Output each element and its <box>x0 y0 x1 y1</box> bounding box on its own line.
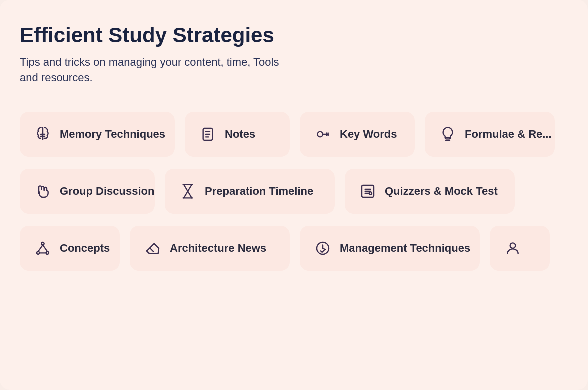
card-management-techniques[interactable]: Management Techniques <box>300 226 480 271</box>
card-memory-techniques[interactable]: Memory Techniques <box>20 112 175 157</box>
nodes-icon <box>34 240 52 258</box>
card-row-1: Memory Techniques Notes <box>20 112 568 157</box>
card-concepts[interactable]: Concepts <box>20 226 120 271</box>
memory-techniques-label: Memory Techniques <box>60 128 166 141</box>
notes-label: Notes <box>225 128 256 141</box>
card-keywords[interactable]: Key Words <box>300 112 415 157</box>
notes-icon <box>199 126 217 144</box>
svg-line-20 <box>150 248 154 252</box>
card-notes[interactable]: Notes <box>185 112 290 157</box>
svg-point-22 <box>510 243 516 248</box>
quizzers-mock-test-label: Quizzers & Mock Test <box>385 185 498 198</box>
card-preparation-timeline[interactable]: Preparation Timeline <box>165 169 335 214</box>
architecture-news-label: Architecture News <box>170 242 266 255</box>
list-check-icon <box>359 182 377 200</box>
card-formulae[interactable]: Formulae & Re... <box>425 112 555 157</box>
preparation-timeline-label: Preparation Timeline <box>205 185 314 198</box>
svg-line-18 <box>43 245 48 252</box>
svg-point-4 <box>318 132 323 137</box>
hand-icon <box>34 182 52 200</box>
card-quizzers-mock-test[interactable]: Quizzers & Mock Test <box>345 169 515 214</box>
management-techniques-label: Management Techniques <box>340 242 470 255</box>
card-architecture-news[interactable]: Architecture News <box>130 226 290 271</box>
page-subtitle: Tips and tricks on managing your content… <box>20 55 568 86</box>
card-group-discussion[interactable]: Group Discussion <box>20 169 155 214</box>
card-person[interactable] <box>490 226 550 271</box>
hourglass-icon <box>179 182 197 200</box>
key-icon <box>314 126 332 144</box>
page-title: Efficient Study Strategies <box>20 24 568 47</box>
bulb-icon <box>439 126 457 144</box>
keywords-label: Key Words <box>340 128 398 141</box>
card-row-2: Group Discussion Preparation Timeline <box>20 169 568 214</box>
brain-icon <box>34 126 52 144</box>
concepts-label: Concepts <box>60 242 110 255</box>
page: Efficient Study Strategies Tips and tric… <box>0 0 588 390</box>
person-icon <box>504 240 522 258</box>
group-discussion-label: Group Discussion <box>60 185 154 198</box>
formulae-label: Formulae & Re... <box>465 128 552 141</box>
card-grid: Memory Techniques Notes <box>20 112 568 271</box>
clock-check-icon <box>314 240 332 258</box>
eraser-icon <box>144 240 162 258</box>
svg-line-17 <box>38 245 43 252</box>
svg-point-13 <box>370 192 372 194</box>
card-row-3: Concepts Architecture News <box>20 226 568 271</box>
